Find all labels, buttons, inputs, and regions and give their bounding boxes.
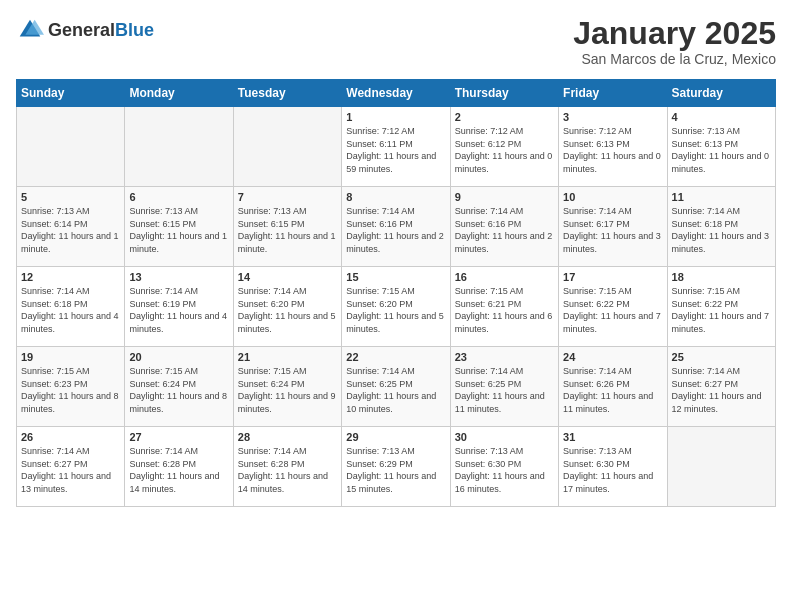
day-number: 18 <box>672 271 771 283</box>
day-info: Sunrise: 7:13 AMSunset: 6:15 PMDaylight:… <box>129 205 228 255</box>
calendar-cell: 29 Sunrise: 7:13 AMSunset: 6:29 PMDaylig… <box>342 427 450 507</box>
day-info: Sunrise: 7:14 AMSunset: 6:16 PMDaylight:… <box>346 205 445 255</box>
calendar-cell: 6 Sunrise: 7:13 AMSunset: 6:15 PMDayligh… <box>125 187 233 267</box>
day-info: Sunrise: 7:15 AMSunset: 6:22 PMDaylight:… <box>563 285 662 335</box>
day-number: 16 <box>455 271 554 283</box>
day-info: Sunrise: 7:13 AMSunset: 6:15 PMDaylight:… <box>238 205 337 255</box>
day-info: Sunrise: 7:15 AMSunset: 6:20 PMDaylight:… <box>346 285 445 335</box>
calendar-cell: 27 Sunrise: 7:14 AMSunset: 6:28 PMDaylig… <box>125 427 233 507</box>
calendar-cell: 28 Sunrise: 7:14 AMSunset: 6:28 PMDaylig… <box>233 427 341 507</box>
day-number: 27 <box>129 431 228 443</box>
day-info: Sunrise: 7:14 AMSunset: 6:25 PMDaylight:… <box>455 365 554 415</box>
day-number: 2 <box>455 111 554 123</box>
day-number: 28 <box>238 431 337 443</box>
day-number: 23 <box>455 351 554 363</box>
day-number: 26 <box>21 431 120 443</box>
calendar-week-4: 19 Sunrise: 7:15 AMSunset: 6:23 PMDaylig… <box>17 347 776 427</box>
calendar-cell: 10 Sunrise: 7:14 AMSunset: 6:17 PMDaylig… <box>559 187 667 267</box>
calendar-cell: 26 Sunrise: 7:14 AMSunset: 6:27 PMDaylig… <box>17 427 125 507</box>
day-number: 7 <box>238 191 337 203</box>
day-info: Sunrise: 7:12 AMSunset: 6:13 PMDaylight:… <box>563 125 662 175</box>
calendar-cell: 24 Sunrise: 7:14 AMSunset: 6:26 PMDaylig… <box>559 347 667 427</box>
calendar-cell: 3 Sunrise: 7:12 AMSunset: 6:13 PMDayligh… <box>559 107 667 187</box>
calendar-cell: 1 Sunrise: 7:12 AMSunset: 6:11 PMDayligh… <box>342 107 450 187</box>
calendar-cell <box>125 107 233 187</box>
day-info: Sunrise: 7:13 AMSunset: 6:14 PMDaylight:… <box>21 205 120 255</box>
calendar-cell: 4 Sunrise: 7:13 AMSunset: 6:13 PMDayligh… <box>667 107 775 187</box>
calendar-cell: 9 Sunrise: 7:14 AMSunset: 6:16 PMDayligh… <box>450 187 558 267</box>
logo: General Blue <box>16 16 154 44</box>
day-number: 19 <box>21 351 120 363</box>
location-title: San Marcos de la Cruz, Mexico <box>573 51 776 67</box>
day-info: Sunrise: 7:15 AMSunset: 6:24 PMDaylight:… <box>129 365 228 415</box>
calendar-cell: 14 Sunrise: 7:14 AMSunset: 6:20 PMDaylig… <box>233 267 341 347</box>
day-number: 9 <box>455 191 554 203</box>
day-info: Sunrise: 7:15 AMSunset: 6:22 PMDaylight:… <box>672 285 771 335</box>
day-number: 30 <box>455 431 554 443</box>
day-number: 10 <box>563 191 662 203</box>
day-info: Sunrise: 7:14 AMSunset: 6:18 PMDaylight:… <box>21 285 120 335</box>
day-info: Sunrise: 7:13 AMSunset: 6:30 PMDaylight:… <box>455 445 554 495</box>
weekday-header-monday: Monday <box>125 80 233 107</box>
calendar-cell <box>233 107 341 187</box>
calendar-week-2: 5 Sunrise: 7:13 AMSunset: 6:14 PMDayligh… <box>17 187 776 267</box>
calendar-week-5: 26 Sunrise: 7:14 AMSunset: 6:27 PMDaylig… <box>17 427 776 507</box>
calendar-cell: 31 Sunrise: 7:13 AMSunset: 6:30 PMDaylig… <box>559 427 667 507</box>
day-number: 24 <box>563 351 662 363</box>
day-info: Sunrise: 7:14 AMSunset: 6:16 PMDaylight:… <box>455 205 554 255</box>
calendar-cell: 5 Sunrise: 7:13 AMSunset: 6:14 PMDayligh… <box>17 187 125 267</box>
day-number: 31 <box>563 431 662 443</box>
day-info: Sunrise: 7:14 AMSunset: 6:28 PMDaylight:… <box>129 445 228 495</box>
calendar-cell: 21 Sunrise: 7:15 AMSunset: 6:24 PMDaylig… <box>233 347 341 427</box>
day-number: 5 <box>21 191 120 203</box>
calendar-cell: 22 Sunrise: 7:14 AMSunset: 6:25 PMDaylig… <box>342 347 450 427</box>
day-info: Sunrise: 7:13 AMSunset: 6:30 PMDaylight:… <box>563 445 662 495</box>
day-number: 15 <box>346 271 445 283</box>
calendar-cell: 8 Sunrise: 7:14 AMSunset: 6:16 PMDayligh… <box>342 187 450 267</box>
calendar-cell: 20 Sunrise: 7:15 AMSunset: 6:24 PMDaylig… <box>125 347 233 427</box>
day-number: 11 <box>672 191 771 203</box>
day-info: Sunrise: 7:15 AMSunset: 6:24 PMDaylight:… <box>238 365 337 415</box>
calendar-cell: 11 Sunrise: 7:14 AMSunset: 6:18 PMDaylig… <box>667 187 775 267</box>
day-info: Sunrise: 7:14 AMSunset: 6:17 PMDaylight:… <box>563 205 662 255</box>
day-number: 8 <box>346 191 445 203</box>
logo-blue: Blue <box>115 21 154 39</box>
day-number: 29 <box>346 431 445 443</box>
calendar-table: SundayMondayTuesdayWednesdayThursdayFrid… <box>16 79 776 507</box>
day-info: Sunrise: 7:14 AMSunset: 6:19 PMDaylight:… <box>129 285 228 335</box>
day-number: 17 <box>563 271 662 283</box>
day-number: 3 <box>563 111 662 123</box>
weekday-header-sunday: Sunday <box>17 80 125 107</box>
calendar-week-3: 12 Sunrise: 7:14 AMSunset: 6:18 PMDaylig… <box>17 267 776 347</box>
day-number: 20 <box>129 351 228 363</box>
calendar-cell <box>17 107 125 187</box>
day-number: 25 <box>672 351 771 363</box>
day-info: Sunrise: 7:14 AMSunset: 6:26 PMDaylight:… <box>563 365 662 415</box>
day-number: 14 <box>238 271 337 283</box>
month-title: January 2025 <box>573 16 776 51</box>
weekday-header-saturday: Saturday <box>667 80 775 107</box>
logo-icon <box>16 16 44 44</box>
calendar-cell: 7 Sunrise: 7:13 AMSunset: 6:15 PMDayligh… <box>233 187 341 267</box>
weekday-header-row: SundayMondayTuesdayWednesdayThursdayFrid… <box>17 80 776 107</box>
day-number: 12 <box>21 271 120 283</box>
day-info: Sunrise: 7:13 AMSunset: 6:29 PMDaylight:… <box>346 445 445 495</box>
day-info: Sunrise: 7:14 AMSunset: 6:25 PMDaylight:… <box>346 365 445 415</box>
calendar-cell <box>667 427 775 507</box>
day-info: Sunrise: 7:14 AMSunset: 6:27 PMDaylight:… <box>672 365 771 415</box>
day-number: 6 <box>129 191 228 203</box>
calendar-cell: 18 Sunrise: 7:15 AMSunset: 6:22 PMDaylig… <box>667 267 775 347</box>
calendar-cell: 15 Sunrise: 7:15 AMSunset: 6:20 PMDaylig… <box>342 267 450 347</box>
calendar-cell: 19 Sunrise: 7:15 AMSunset: 6:23 PMDaylig… <box>17 347 125 427</box>
weekday-header-tuesday: Tuesday <box>233 80 341 107</box>
calendar-cell: 17 Sunrise: 7:15 AMSunset: 6:22 PMDaylig… <box>559 267 667 347</box>
day-info: Sunrise: 7:15 AMSunset: 6:21 PMDaylight:… <box>455 285 554 335</box>
day-info: Sunrise: 7:14 AMSunset: 6:18 PMDaylight:… <box>672 205 771 255</box>
day-number: 22 <box>346 351 445 363</box>
page-header: General Blue January 2025 San Marcos de … <box>16 16 776 67</box>
weekday-header-thursday: Thursday <box>450 80 558 107</box>
calendar-cell: 13 Sunrise: 7:14 AMSunset: 6:19 PMDaylig… <box>125 267 233 347</box>
title-block: January 2025 San Marcos de la Cruz, Mexi… <box>573 16 776 67</box>
day-number: 21 <box>238 351 337 363</box>
day-number: 13 <box>129 271 228 283</box>
